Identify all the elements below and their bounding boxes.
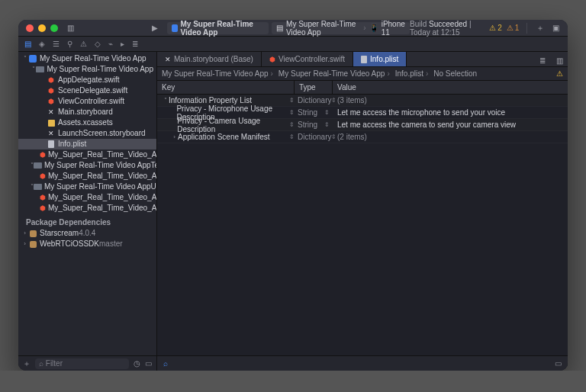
project-navigator-icon[interactable]: ▤ xyxy=(24,40,31,48)
file-swift[interactable]: ⬢ViewController.swift xyxy=(18,96,156,107)
jump-bar[interactable]: My Super Real-Time Video App My Super Re… xyxy=(157,67,568,81)
plist-row[interactable]: ›Application Scene Manifest⇕Dictionary⇕(… xyxy=(157,131,568,143)
navigator-selector: ▤ ◈ ☰ ⚲ ⚠ ◇ ⌁ ▸ ≣ xyxy=(18,37,568,52)
filter-icon[interactable]: ⌕ xyxy=(163,359,168,368)
editor-area: ✕Main.storyboard (Base)⬢ViewController.s… xyxy=(157,52,568,371)
jump-warning-icon[interactable]: ⚠ xyxy=(556,69,563,78)
build-status[interactable]: Build Succeeded | Today at 12:15 xyxy=(410,20,485,37)
toggle-navigator-icon[interactable]: ▥ xyxy=(64,20,77,37)
file-swift[interactable]: ⬢My_Super_Real_Time_Video_App... xyxy=(18,149,156,160)
file-package[interactable]: ›WebRTCiOSSDK master xyxy=(18,239,156,249)
plist-header-key[interactable]: Key xyxy=(157,81,295,94)
phone-icon: 📱 xyxy=(369,24,378,32)
editor-tab[interactable]: Info.plist xyxy=(353,52,407,66)
file-swift[interactable]: ⬢SceneDelegate.swift xyxy=(18,85,156,96)
file-group[interactable]: ˅My Super Real-Time Video App xyxy=(18,64,156,75)
filter-input[interactable]: ⌕ Filter xyxy=(35,358,129,369)
jump-segment[interactable]: Info.plist xyxy=(395,69,431,78)
inspector-toggle-icon[interactable]: ▭ xyxy=(555,359,562,368)
file-sb[interactable]: ✕LaunchScreen.storyboard xyxy=(18,128,156,139)
jump-segment[interactable]: My Super Real-Time Video App xyxy=(279,69,392,78)
file-group[interactable]: ˅My Super Real-Time Video AppUITe... xyxy=(18,182,156,192)
warnings-badge[interactable]: ⚠2 xyxy=(489,24,502,32)
traffic-lights xyxy=(18,24,58,32)
scheme-selector[interactable]: My Super Real-Time Video App xyxy=(167,22,269,34)
file-group[interactable]: ˅My Super Real-Time Video AppTests xyxy=(18,160,156,171)
plist-body: ˅Information Property List⇕Dictionary⇕(3… xyxy=(157,95,568,355)
editor-options-icon[interactable]: ≣ xyxy=(534,52,551,69)
add-files-icon[interactable]: ＋ xyxy=(23,358,31,369)
symbol-navigator-icon[interactable]: ☰ xyxy=(53,40,60,48)
editor-tab[interactable]: ⬢ViewController.swift xyxy=(262,52,353,66)
editor-tab[interactable]: ✕Main.storyboard (Base) xyxy=(157,52,262,66)
packages-header: Package Dependencies xyxy=(18,214,156,228)
plist-row[interactable]: Privacy - Camera Usage Description⇕Strin… xyxy=(157,119,568,131)
scm-filter-icon[interactable]: ▭ xyxy=(145,359,152,368)
file-swift[interactable]: ⬢My_Super_Real_Time_Video_App... xyxy=(18,192,156,203)
add-editor-icon[interactable]: ▥ xyxy=(551,52,568,69)
file-swift[interactable]: ⬢My_Super_Real_Time_Video_App... xyxy=(18,171,156,182)
scheme-device-label: iPhone 11 xyxy=(382,20,405,37)
run-destination-selector[interactable]: ▤ My Super Real-Time Video App › 📱 iPhon… xyxy=(272,22,410,34)
test-navigator-icon[interactable]: ◇ xyxy=(95,40,101,48)
library-icon[interactable]: ▣ xyxy=(550,20,562,37)
debug-navigator-icon[interactable]: ⌁ xyxy=(108,40,113,48)
navigator-footer: ＋ ⌕ Filter ◷ ▭ xyxy=(18,355,156,371)
file-project-root[interactable]: ˅My Super Real-Time Video App xyxy=(18,53,156,64)
run-button[interactable]: ▶ xyxy=(149,20,162,37)
plist-header: Key Type Value xyxy=(157,81,568,95)
report-navigator-icon[interactable]: ≣ xyxy=(132,40,138,48)
file-swift[interactable]: ⬢AppDelegate.swift xyxy=(18,75,156,85)
filter-icon: ⌕ xyxy=(39,359,43,368)
file-swift[interactable]: ⬢My_Super_Real_Time_Video_App... xyxy=(18,203,156,214)
find-navigator-icon[interactable]: ⚲ xyxy=(67,40,72,48)
project-navigator: ˅My Super Real-Time Video App˅My Super R… xyxy=(18,52,157,371)
file-package[interactable]: ›Starscream 4.0.4 xyxy=(18,228,156,239)
issues-badge[interactable]: ⚠1 xyxy=(507,24,520,32)
minimize-window-button[interactable] xyxy=(38,24,46,32)
recent-filter-icon[interactable]: ◷ xyxy=(134,359,140,368)
file-sb[interactable]: ✕Main.storyboard xyxy=(18,107,156,117)
jump-segment[interactable]: My Super Real-Time Video App xyxy=(162,69,275,78)
jump-segment[interactable]: No Selection xyxy=(433,69,477,78)
plist-header-type[interactable]: Type xyxy=(295,81,333,94)
breakpoint-navigator-icon[interactable]: ▸ xyxy=(121,40,124,48)
source-control-navigator-icon[interactable]: ◈ xyxy=(39,40,45,48)
xcode-window: ▥ ▶ My Super Real-Time Video App ▤ My Su… xyxy=(18,20,568,371)
app-icon xyxy=(172,24,177,32)
file-plist[interactable]: Info.plist xyxy=(18,139,156,149)
close-window-button[interactable] xyxy=(26,24,34,32)
scheme-app-label: My Super Real-Time Video App xyxy=(181,20,265,37)
target-icon: ▤ xyxy=(276,24,283,32)
file-asset[interactable]: Assets.xcassets xyxy=(18,117,156,128)
zoom-window-button[interactable] xyxy=(50,24,58,32)
add-icon[interactable]: ＋ xyxy=(535,20,546,37)
editor-tabs: ✕Main.storyboard (Base)⬢ViewController.s… xyxy=(157,52,568,67)
titlebar: ▥ ▶ My Super Real-Time Video App ▤ My Su… xyxy=(18,20,568,37)
scheme-target-label: My Super Real-Time Video App xyxy=(286,20,360,37)
filter-placeholder: Filter xyxy=(46,359,63,368)
issue-navigator-icon[interactable]: ⚠ xyxy=(80,40,87,48)
editor-footer: ⌕ ▭ xyxy=(157,355,568,371)
plist-header-value[interactable]: Value xyxy=(333,81,568,94)
